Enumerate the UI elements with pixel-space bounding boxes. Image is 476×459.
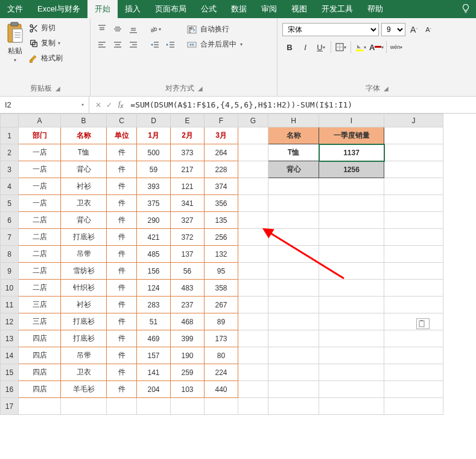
cell[interactable]: 267 xyxy=(205,297,238,313)
cell[interactable]: 针织衫 xyxy=(61,280,107,297)
grid-row[interactable]: 10二店针织衫件124483358 xyxy=(1,280,443,297)
grid-row[interactable]: 15四店卫衣件141259224 xyxy=(1,364,443,381)
cell[interactable]: 件 xyxy=(107,364,137,381)
row-header[interactable]: 9 xyxy=(1,263,19,280)
cell[interactable]: 190 xyxy=(171,347,205,364)
cell[interactable]: 356 xyxy=(205,195,238,212)
paste-button[interactable]: 粘贴 ▾ xyxy=(5,21,25,63)
cell[interactable] xyxy=(384,330,443,347)
cell[interactable] xyxy=(238,364,268,381)
grid-row[interactable]: 13四店打底衫件469399173 xyxy=(1,330,443,347)
paste-options-button[interactable] xyxy=(416,318,430,329)
cell[interactable]: 二店 xyxy=(19,212,61,229)
row-header[interactable]: 15 xyxy=(1,364,19,381)
row-header[interactable]: 16 xyxy=(1,381,19,398)
tab-review[interactable]: 审阅 xyxy=(254,0,284,18)
cell[interactable]: T恤 xyxy=(268,144,319,161)
grid-row[interactable]: 4一店衬衫件393121374 xyxy=(1,178,443,195)
col-header-I[interactable]: I xyxy=(319,114,384,127)
name-box-dropdown-icon[interactable]: ▾ xyxy=(81,102,84,108)
formula-input[interactable]: =SUM(DSUM(A$1:F$16,{4,5,6},H$1:H2))-SUM(… xyxy=(127,100,476,109)
align-top-button[interactable] xyxy=(95,23,109,35)
cell[interactable]: 部门 xyxy=(19,127,61,144)
cell[interactable] xyxy=(268,280,319,297)
increase-font-button[interactable]: Aˆ xyxy=(408,24,420,36)
cell[interactable]: 237 xyxy=(171,297,205,313)
cell[interactable] xyxy=(238,178,268,195)
cell[interactable] xyxy=(319,212,384,229)
grid-row[interactable]: 12三店打底衫件5146889 xyxy=(1,313,443,330)
col-header-C[interactable]: C xyxy=(107,114,137,127)
cell[interactable] xyxy=(384,229,443,246)
cell[interactable]: 124 xyxy=(137,280,171,297)
grid-row[interactable]: 8二店吊带件485137132 xyxy=(1,246,443,263)
copy-button[interactable]: 复制 ▾ xyxy=(29,38,63,48)
cell[interactable]: 374 xyxy=(205,178,238,195)
underline-button[interactable]: U▾ xyxy=(314,40,328,54)
cell[interactable] xyxy=(319,229,384,246)
cell[interactable]: 393 xyxy=(137,178,171,195)
cell[interactable]: 件 xyxy=(107,347,137,364)
grid-row[interactable]: 17 xyxy=(1,398,443,415)
cell[interactable] xyxy=(319,398,384,415)
cell[interactable]: 件 xyxy=(107,161,137,178)
cell[interactable]: 一季度销量 xyxy=(319,127,384,144)
cell[interactable] xyxy=(384,178,443,195)
tab-page-layout[interactable]: 页面布局 xyxy=(148,0,194,18)
cell[interactable] xyxy=(268,381,319,398)
cell[interactable] xyxy=(268,263,319,280)
cell[interactable]: 二店 xyxy=(19,246,61,263)
cell[interactable]: 157 xyxy=(137,347,171,364)
row-header[interactable]: 12 xyxy=(1,313,19,330)
cell[interactable]: 56 xyxy=(171,263,205,280)
grid-row[interactable]: 1 部门 名称 单位 1月 2月 3月 名称 一季度销量 xyxy=(1,127,443,144)
grid-row[interactable]: 9二店雪纺衫件1565695 xyxy=(1,263,443,280)
cell[interactable]: 件 xyxy=(107,263,137,280)
cell[interactable] xyxy=(61,398,107,415)
cell[interactable] xyxy=(238,246,268,263)
merge-dropdown-icon[interactable]: ▾ xyxy=(240,42,243,47)
cell[interactable] xyxy=(171,398,205,415)
orientation-button[interactable]: ab▾ xyxy=(148,23,162,35)
select-all-button[interactable] xyxy=(1,114,19,127)
cell[interactable] xyxy=(384,364,443,381)
cell[interactable] xyxy=(238,313,268,330)
cell[interactable]: 件 xyxy=(107,195,137,212)
row-header[interactable]: 8 xyxy=(1,246,19,263)
cell[interactable] xyxy=(384,381,443,398)
cell[interactable] xyxy=(319,364,384,381)
cell[interactable]: 468 xyxy=(171,313,205,330)
tab-formulas[interactable]: 公式 xyxy=(194,0,224,18)
cell[interactable] xyxy=(384,195,443,212)
grid-row[interactable]: 14四店吊带件15719080 xyxy=(1,347,443,364)
cell[interactable]: 421 xyxy=(137,229,171,246)
cell[interactable] xyxy=(319,263,384,280)
tab-view[interactable]: 视图 xyxy=(284,0,314,18)
cell[interactable]: 件 xyxy=(107,330,137,347)
grid-row[interactable]: 5一店卫衣件375341356 xyxy=(1,195,443,212)
row-header[interactable]: 2 xyxy=(1,144,19,161)
col-header-H[interactable]: H xyxy=(268,114,319,127)
cell[interactable] xyxy=(238,347,268,364)
cell[interactable] xyxy=(384,144,443,161)
align-center-button[interactable] xyxy=(111,39,124,51)
cell[interactable]: 358 xyxy=(205,280,238,297)
wrap-text-button[interactable]: abc 自动换行 xyxy=(187,24,243,34)
tab-home[interactable]: 开始 xyxy=(87,0,118,18)
cell[interactable] xyxy=(268,178,319,195)
grid-row[interactable]: 11三店衬衫件283237267 xyxy=(1,297,443,313)
cell[interactable]: 四店 xyxy=(19,381,61,398)
cell[interactable] xyxy=(238,127,268,144)
cell[interactable]: 204 xyxy=(137,381,171,398)
cell[interactable] xyxy=(238,330,268,347)
align-right-button[interactable] xyxy=(127,39,140,51)
cell[interactable] xyxy=(268,297,319,313)
cell[interactable]: 吊带 xyxy=(61,246,107,263)
cell[interactable]: 打底衫 xyxy=(61,330,107,347)
increase-indent-button[interactable] xyxy=(164,39,177,51)
cell[interactable]: 173 xyxy=(205,330,238,347)
fx-icon[interactable]: fx xyxy=(118,100,127,109)
cell[interactable]: 名称 xyxy=(61,127,107,144)
cell[interactable] xyxy=(319,297,384,313)
cell[interactable] xyxy=(384,127,443,144)
